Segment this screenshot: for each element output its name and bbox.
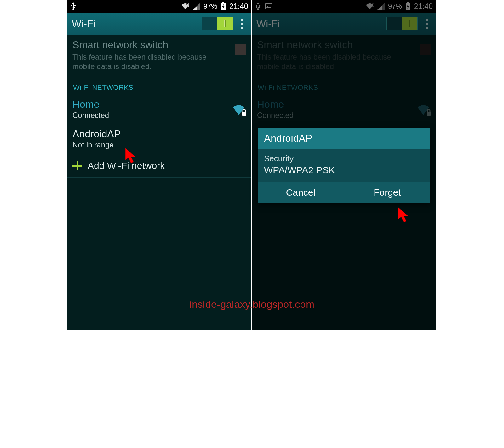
cancel-button[interactable]: Cancel — [258, 182, 344, 203]
overflow-menu-icon[interactable] — [422, 19, 432, 29]
sns-title: Smart network switch — [72, 38, 230, 51]
network-name: Home — [72, 99, 232, 110]
svg-rect-1 — [71, 5, 72, 6]
dialog-security-value: WPA/WPA2 PSK — [264, 165, 424, 175]
dialog-body: Security WPA/WPA2 PSK — [258, 149, 430, 182]
svg-rect-9 — [266, 3, 272, 9]
wifi-secure-icon — [232, 103, 246, 116]
screenshot-left: 97% 21:40 Wi-Fi Smart network switch Thi… — [67, 0, 251, 330]
network-row-androidap[interactable]: AndroidAP Not in range — [67, 124, 251, 154]
page-title: Wi-Fi — [72, 18, 202, 30]
usb-icon — [71, 2, 76, 10]
wifi-status-icon — [181, 3, 190, 10]
status-time: 21:40 — [229, 2, 248, 11]
dialog-title: AndroidAP — [258, 128, 430, 149]
wifi-header: Wi-Fi — [67, 13, 251, 35]
status-bar: 97% 21:40 — [252, 0, 436, 13]
status-time: 21:40 — [414, 2, 433, 11]
wifi-toggle[interactable] — [386, 17, 418, 30]
battery-percent: 97% — [203, 2, 217, 10]
svg-point-6 — [257, 8, 259, 10]
screenshot-right: 97% 21:40 Wi-Fi Smart network switch Thi… — [252, 0, 436, 330]
battery-percent: 97% — [388, 2, 402, 10]
sns-checkbox[interactable] — [420, 44, 431, 55]
network-row-home[interactable]: Home Connected — [252, 95, 436, 124]
wifi-networks-header: Wi-Fi NETWORKS — [67, 77, 251, 95]
battery-charging-icon — [405, 2, 411, 10]
wifi-toggle[interactable] — [202, 17, 233, 30]
smart-network-switch-row[interactable]: Smart network switch This feature has be… — [67, 35, 251, 77]
add-wifi-label: Add Wi-Fi network — [88, 160, 165, 171]
status-bar: 97% 21:40 — [67, 0, 251, 13]
cursor-annotation — [397, 207, 410, 224]
svg-rect-5 — [242, 112, 246, 116]
network-status: Not in range — [72, 141, 246, 149]
network-status: Connected — [257, 111, 416, 120]
network-name: AndroidAP — [72, 128, 246, 140]
sns-subtitle: This feature has been disabled because m… — [257, 52, 415, 71]
network-status: Connected — [72, 111, 232, 120]
overflow-menu-icon[interactable] — [238, 19, 247, 29]
svg-point-8 — [259, 5, 260, 6]
network-dialog: AndroidAP Security WPA/WPA2 PSK Cancel F… — [258, 128, 430, 203]
svg-rect-7 — [256, 5, 257, 6]
svg-rect-11 — [407, 2, 409, 3]
sns-title: Smart network switch — [257, 38, 415, 51]
wifi-status-icon — [365, 3, 374, 10]
forget-button[interactable]: Forget — [344, 182, 430, 203]
plus-icon — [72, 161, 82, 170]
svg-rect-12 — [427, 112, 431, 116]
page-title: Wi-Fi — [256, 18, 386, 30]
sns-subtitle: This feature has been disabled because m… — [72, 52, 230, 71]
usb-icon — [255, 2, 261, 10]
svg-point-0 — [72, 8, 74, 10]
battery-charging-icon — [220, 2, 226, 10]
wifi-header: Wi-Fi — [252, 13, 436, 35]
signal-icon — [377, 3, 385, 10]
dialog-security-label: Security — [264, 154, 424, 164]
network-name: Home — [257, 99, 416, 110]
wifi-networks-header: Wi-Fi NETWORKS — [252, 77, 436, 95]
watermark-text: inside-galaxy.blogspot.com — [0, 299, 504, 310]
gallery-icon — [265, 3, 272, 9]
network-row-home[interactable]: Home Connected — [67, 95, 251, 124]
wifi-secure-icon — [416, 103, 431, 116]
sns-checkbox[interactable] — [235, 44, 246, 55]
smart-network-switch-row[interactable]: Smart network switch This feature has be… — [252, 35, 436, 77]
signal-icon — [193, 3, 200, 10]
svg-rect-4 — [222, 2, 224, 3]
add-wifi-row[interactable]: Add Wi-Fi network — [67, 154, 251, 178]
svg-point-2 — [74, 5, 76, 6]
